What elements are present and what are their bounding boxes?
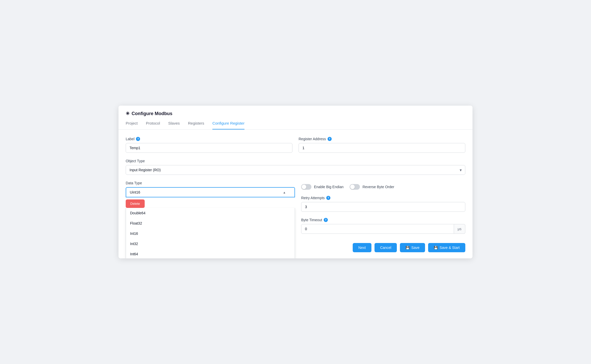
label-group: Label ? bbox=[126, 137, 292, 153]
register-address-input[interactable] bbox=[299, 143, 465, 153]
configure-modbus-modal: ✳ Configure Modbus Project Protocol Slav… bbox=[119, 106, 472, 258]
modal-title: ✳ Configure Modbus bbox=[126, 111, 465, 116]
save-start-icon: 💾 bbox=[434, 246, 438, 250]
tab-project[interactable]: Project bbox=[126, 121, 138, 129]
object-type-label: Object Type bbox=[126, 159, 465, 163]
snowflake-icon: ✳ bbox=[126, 111, 130, 116]
byte-timeout-label: Byte Timeout ? bbox=[301, 218, 465, 222]
right-col: Enable Big Endian Reverse Byte Order Ret… bbox=[301, 181, 465, 234]
label-input[interactable] bbox=[126, 143, 292, 153]
label-register-row: Label ? Register Address ? bbox=[126, 137, 465, 153]
tab-protocol[interactable]: Protocol bbox=[146, 121, 160, 129]
byte-timeout-suffix: μs bbox=[454, 224, 465, 234]
data-type-label: Data Type bbox=[126, 181, 295, 185]
register-address-label: Register Address ? bbox=[299, 137, 465, 141]
byte-timeout-help-icon[interactable]: ? bbox=[324, 218, 328, 222]
retry-attempts-input[interactable] bbox=[301, 202, 465, 212]
data-type-col: Data Type Uint16 ▴ Double64 Float32 Int1… bbox=[126, 181, 295, 234]
save-start-button[interactable]: 💾 Save & Start bbox=[428, 243, 465, 252]
object-type-select[interactable]: Input Register (RO) Coil (R/W) Discrete … bbox=[126, 165, 465, 175]
modal-header: ✳ Configure Modbus Project Protocol Slav… bbox=[119, 106, 472, 130]
tab-configure-register[interactable]: Configure Register bbox=[212, 121, 244, 129]
toggle-controls: Enable Big Endian Reverse Byte Order bbox=[301, 184, 465, 190]
byte-timeout-input-wrapper: μs bbox=[301, 224, 465, 234]
reverse-byte-order-toggle[interactable] bbox=[350, 184, 360, 190]
dropdown-item-double64[interactable]: Double64 bbox=[126, 208, 295, 218]
dropdown-item-float32[interactable]: Float32 bbox=[126, 218, 295, 228]
save-icon: 💾 bbox=[406, 246, 410, 250]
byte-timeout-group: Byte Timeout ? μs bbox=[301, 218, 465, 234]
reverse-byte-order-label: Reverse Byte Order bbox=[362, 185, 394, 189]
dropdown-item-int16[interactable]: Int16 bbox=[126, 228, 295, 239]
dropdown-item-int64[interactable]: Int64 bbox=[126, 249, 295, 258]
next-button[interactable]: Next bbox=[353, 243, 371, 252]
retry-attempts-help-icon[interactable]: ? bbox=[326, 196, 330, 200]
label-help-icon[interactable]: ? bbox=[136, 137, 140, 141]
register-address-group: Register Address ? bbox=[299, 137, 465, 153]
save-button[interactable]: 💾 Save bbox=[400, 243, 425, 252]
data-type-dropdown: Double64 Float32 Int16 Int32 Int64 Strin… bbox=[126, 208, 295, 258]
data-type-selected-value: Uint16 bbox=[130, 190, 140, 194]
tab-registers[interactable]: Registers bbox=[188, 121, 204, 129]
object-type-select-wrapper: Input Register (RO) Coil (R/W) Discrete … bbox=[126, 165, 465, 175]
object-type-group: Object Type Input Register (RO) Coil (R/… bbox=[126, 159, 465, 175]
tab-slaves[interactable]: Slaves bbox=[168, 121, 180, 129]
object-type-row: Object Type Input Register (RO) Coil (R/… bbox=[126, 159, 465, 175]
data-type-trigger[interactable]: Uint16 ▴ bbox=[126, 187, 295, 197]
big-endian-toggle[interactable] bbox=[301, 184, 311, 190]
chevron-up-icon: ▴ bbox=[283, 190, 285, 194]
retry-attempts-label: Retry Attempts ? bbox=[301, 196, 465, 200]
tab-bar: Project Protocol Slaves Registers Config… bbox=[126, 121, 465, 129]
cancel-button[interactable]: Cancel bbox=[375, 243, 397, 252]
retry-attempts-group: Retry Attempts ? bbox=[301, 196, 465, 212]
dropdown-item-int32[interactable]: Int32 bbox=[126, 239, 295, 249]
big-endian-toggle-group: Enable Big Endian bbox=[301, 184, 343, 190]
data-type-right-split: Data Type Uint16 ▴ Double64 Float32 Int1… bbox=[126, 181, 465, 234]
big-endian-label: Enable Big Endian bbox=[314, 185, 343, 189]
reverse-byte-toggle-group: Reverse Byte Order bbox=[350, 184, 394, 190]
delete-button[interactable]: Delete bbox=[126, 199, 145, 208]
byte-timeout-input[interactable] bbox=[301, 224, 454, 234]
delete-area: Delete bbox=[126, 199, 295, 208]
register-address-help-icon[interactable]: ? bbox=[328, 137, 332, 141]
label-field-label: Label ? bbox=[126, 137, 292, 141]
data-type-section: Uint16 ▴ Double64 Float32 Int16 Int32 In… bbox=[126, 187, 295, 208]
modal-body: Label ? Register Address ? Object Type bbox=[119, 130, 472, 239]
modal-title-text: Configure Modbus bbox=[132, 111, 172, 116]
footer-right: Next Cancel 💾 Save 💾 Save & Start bbox=[353, 243, 465, 252]
